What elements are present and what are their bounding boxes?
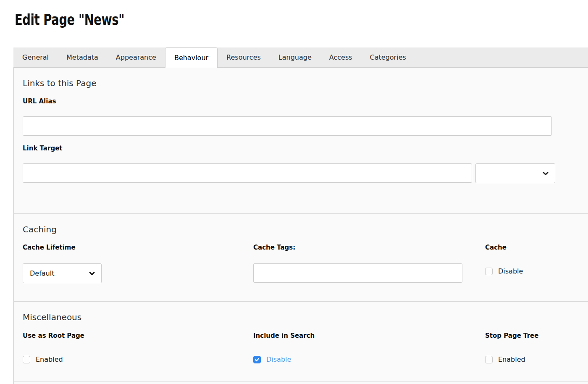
- search-disable-checkbox-row[interactable]: Disable: [253, 355, 315, 364]
- section-next-sliver: [14, 381, 588, 384]
- link-target-label: Link Target: [23, 145, 588, 152]
- page-header: Edit Page "News": [0, 0, 588, 47]
- chevron-down-icon: [89, 270, 95, 277]
- url-alias-label: URL Alias: [23, 97, 588, 105]
- tab-language[interactable]: Language: [270, 47, 320, 67]
- tab-content-panel: Links to this Page URL Alias Link Target…: [13, 67, 588, 384]
- use-as-root-page-field: Use as Root Page Enabled: [23, 332, 84, 364]
- link-target-select[interactable]: [475, 163, 555, 183]
- root-page-enabled-checkbox-row[interactable]: Enabled: [23, 355, 84, 364]
- checkbox-unchecked-icon[interactable]: [23, 356, 30, 363]
- tab-bar: General Metadata Appearance Behaviour Re…: [13, 47, 588, 67]
- cache-lifetime-select[interactable]: Default: [23, 263, 102, 283]
- tab-general[interactable]: General: [13, 47, 58, 67]
- cache-disable-checkbox-row[interactable]: Disable: [485, 267, 523, 276]
- link-target-input[interactable]: [23, 163, 472, 183]
- tab-categories[interactable]: Categories: [361, 47, 415, 67]
- section-heading-miscellaneous: Miscellaneous: [23, 312, 588, 323]
- root-page-enabled-checkbox-label: Enabled: [36, 355, 63, 364]
- checkbox-unchecked-icon[interactable]: [485, 268, 493, 275]
- checkbox-checked-icon[interactable]: [253, 356, 261, 363]
- cache-lifetime-label: Cache Lifetime: [23, 244, 102, 251]
- section-links-to-this-page: Links to this Page URL Alias Link Target: [14, 68, 588, 213]
- search-disable-checkbox-label: Disable: [266, 355, 291, 364]
- tab-access[interactable]: Access: [320, 47, 361, 67]
- page-title: Edit Page "News": [0, 0, 588, 28]
- section-heading-links: Links to this Page: [23, 78, 588, 89]
- chevron-down-icon: [542, 170, 549, 177]
- cache-disable-checkbox-label: Disable: [498, 267, 523, 276]
- tab-behaviour[interactable]: Behaviour: [165, 47, 218, 68]
- section-caching: Caching Cache Lifetime Default Cache Tag…: [14, 213, 588, 301]
- cache-lifetime-select-value: Default: [30, 269, 54, 277]
- tab-metadata[interactable]: Metadata: [58, 47, 107, 67]
- tab-appearance[interactable]: Appearance: [107, 47, 165, 67]
- cache-tags-input[interactable]: [253, 263, 462, 283]
- cache-label: Cache: [485, 244, 523, 251]
- url-alias-input[interactable]: [23, 116, 552, 136]
- checkmark-icon: [255, 357, 260, 362]
- cache-tags-label: Cache Tags:: [253, 244, 462, 251]
- cache-lifetime-field: Cache Lifetime Default: [23, 244, 102, 283]
- stop-tree-enabled-checkbox-row[interactable]: Enabled: [485, 355, 538, 364]
- section-heading-caching: Caching: [23, 224, 588, 235]
- checkbox-unchecked-icon[interactable]: [485, 356, 493, 363]
- use-as-root-page-label: Use as Root Page: [23, 332, 84, 339]
- page-title-text: Edit Page "News": [15, 11, 124, 28]
- stop-page-tree-label: Stop Page Tree: [485, 332, 538, 339]
- stop-tree-enabled-checkbox-label: Enabled: [498, 355, 525, 364]
- stop-page-tree-field: Stop Page Tree Enabled: [485, 332, 538, 364]
- link-target-row: [23, 163, 588, 183]
- include-in-search-label: Include in Search: [253, 332, 315, 339]
- include-in-search-field: Include in Search Disable: [253, 332, 315, 364]
- section-miscellaneous: Miscellaneous Use as Root Page Enabled I…: [14, 301, 588, 381]
- cache-field: Cache Disable: [485, 244, 523, 276]
- cache-tags-field: Cache Tags:: [253, 244, 462, 283]
- tab-resources[interactable]: Resources: [218, 47, 270, 67]
